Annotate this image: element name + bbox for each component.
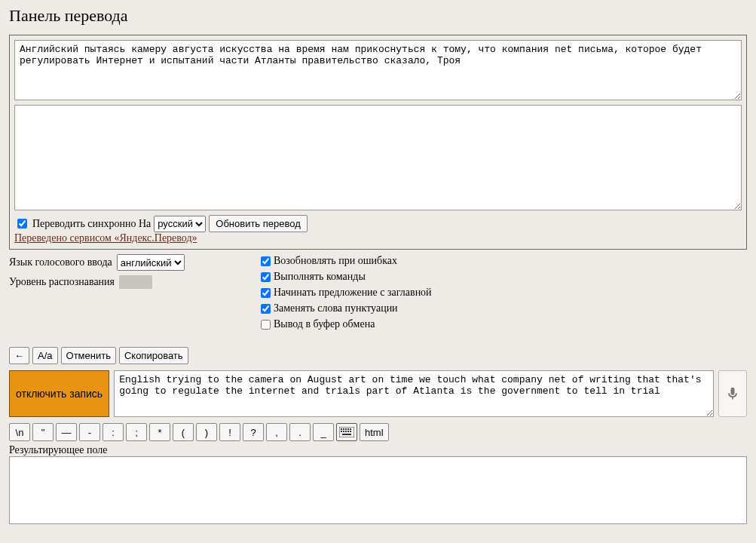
keyboard-icon [339, 427, 354, 437]
svg-rect-9 [347, 431, 349, 432]
result-field[interactable] [9, 456, 747, 524]
source-textarea[interactable]: Английский пытаясь камеру августа искусс… [14, 40, 742, 100]
result-field-label: Результирующее поле [9, 444, 747, 456]
microphone-button[interactable] [718, 370, 747, 417]
toggle-record-button[interactable]: отключить запись [9, 370, 109, 417]
resume-on-error-checkbox[interactable] [261, 256, 271, 266]
symbol-button-5[interactable]: ; [126, 423, 147, 441]
resume-on-error-label: Возобновлять при ошибках [274, 255, 397, 266]
dictation-textarea[interactable]: English trying to the camera on August a… [114, 370, 714, 417]
svg-rect-6 [341, 431, 342, 432]
symbol-button-9[interactable]: ! [219, 423, 240, 441]
svg-rect-7 [343, 431, 344, 432]
microphone-icon [725, 384, 740, 403]
svg-rect-11 [342, 434, 351, 435]
voice-lang-label: Язык голосового ввода [9, 256, 112, 268]
svg-rect-4 [347, 428, 349, 430]
sync-label: Переводить синхронно На [32, 218, 151, 230]
keyboard-button[interactable] [336, 423, 357, 441]
symbol-button-6[interactable]: * [149, 423, 170, 441]
translation-textarea[interactable] [14, 105, 742, 210]
symbol-button-10[interactable]: ? [243, 423, 264, 441]
symbol-button-4[interactable]: : [103, 423, 124, 441]
capitalize-label: Начинать предложение с заглавной [274, 287, 432, 298]
capitalize-checkbox[interactable] [261, 288, 271, 298]
symbol-button-8[interactable]: ) [196, 423, 217, 441]
target-lang-select[interactable]: русский [154, 216, 206, 232]
clipboard-label: Вывод в буфер обмена [274, 318, 375, 330]
sync-checkbox[interactable] [17, 219, 27, 229]
symbol-button-7[interactable]: ( [173, 423, 194, 441]
symbol-button-13[interactable]: _ [313, 423, 334, 441]
symbol-button-12[interactable]: . [289, 423, 311, 441]
recognition-level-label: Уровень распознавания [9, 276, 115, 288]
svg-rect-5 [350, 428, 351, 430]
translation-panel: Английский пытаясь камеру августа искусс… [9, 35, 747, 250]
symbol-button-1[interactable]: " [32, 423, 54, 441]
copy-button[interactable]: Скопировать [119, 347, 188, 364]
svg-rect-1 [341, 428, 342, 430]
exec-commands-label: Выполнять команды [274, 271, 366, 282]
symbol-button-3[interactable]: - [79, 423, 100, 441]
exec-commands-checkbox[interactable] [261, 272, 271, 282]
symbol-button-0[interactable]: \n [9, 423, 30, 441]
back-button[interactable]: ← [9, 347, 29, 364]
voice-lang-select[interactable]: английский [117, 254, 185, 271]
symbol-button-2[interactable]: — [56, 423, 77, 441]
yandex-credit-link[interactable]: Переведено сервисом «Яндекс.Перевод» [14, 232, 197, 244]
html-button[interactable]: html [360, 423, 389, 441]
undo-button[interactable]: Отменить [61, 347, 116, 364]
recognition-level-indicator [119, 275, 152, 289]
punctuation-label: Заменять слова пунктуации [274, 302, 398, 314]
svg-rect-2 [343, 428, 344, 430]
clipboard-checkbox[interactable] [261, 320, 271, 330]
page-title: Панель перевода [9, 6, 747, 26]
punctuation-checkbox[interactable] [261, 304, 271, 314]
svg-rect-10 [350, 431, 351, 432]
symbol-button-11[interactable]: , [266, 423, 287, 441]
case-toggle-button[interactable]: А/а [32, 347, 58, 364]
update-translation-button[interactable]: Обновить перевод [209, 215, 308, 232]
svg-rect-3 [345, 428, 347, 430]
svg-rect-8 [345, 431, 347, 432]
